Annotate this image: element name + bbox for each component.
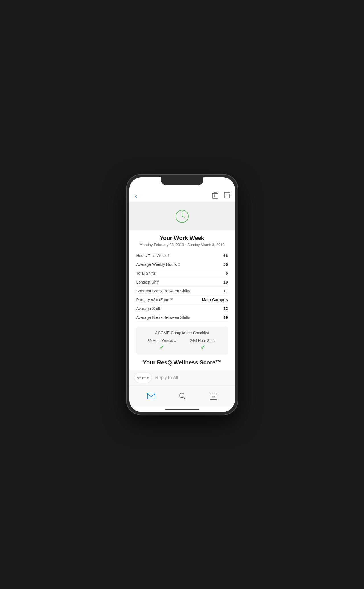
compliance-item: 80 Hour Weeks ‡✓ [148, 338, 176, 351]
stat-value: 66 [198, 251, 228, 260]
stat-label: Shortest Break Between Shifts [136, 286, 198, 295]
stat-label: Average Break Between Shifts [136, 313, 198, 322]
stat-label: Average Shift [136, 304, 198, 313]
reply-button-group[interactable]: ↩↩ ▾ [134, 373, 152, 383]
notch [161, 177, 203, 185]
svg-rect-1 [224, 192, 230, 194]
email-content: Your Work Week Monday February 28, 2019 … [129, 202, 235, 370]
table-row: Primary WorkZone™Main Campus [136, 295, 228, 304]
compliance-item-label: 24/4 Hour Shifts [190, 338, 216, 343]
stat-value: 56 [198, 260, 228, 269]
table-row: Total Shifts6 [136, 269, 228, 278]
stat-label: Average Weekly Hours ‡ [136, 260, 198, 269]
clock-icon [175, 209, 189, 223]
email-scroll[interactable]: Your Work Week Monday February 28, 2019 … [129, 202, 235, 370]
compliance-items: 80 Hour Weeks ‡✓24/4 Hour Shifts✓ [141, 338, 223, 351]
table-row: Average Break Between Shifts19 [136, 313, 228, 322]
stat-value: 6 [198, 269, 228, 278]
compliance-box: ACGME Compliance Checklist 80 Hour Weeks… [136, 327, 228, 355]
compliance-check-icon: ✓ [148, 344, 176, 351]
stat-value: 12 [198, 304, 228, 313]
phone-frame: ‹ [127, 175, 238, 415]
tab-search[interactable] [174, 391, 190, 401]
header-banner [129, 202, 235, 230]
table-row: Longest Shift19 [136, 278, 228, 286]
dropdown-arrow-icon: ▾ [147, 376, 149, 380]
wellness-section: Your ResQ Wellness Score™ 66 What is thi… [136, 359, 228, 370]
nav-bar: ‹ [129, 190, 235, 202]
compliance-item-label: 80 Hour Weeks ‡ [148, 338, 176, 343]
compliance-item: 24/4 Hour Shifts✓ [190, 338, 216, 351]
reply-icon: ↩↩ [137, 375, 146, 381]
svg-text:12: 12 [212, 396, 215, 399]
stat-label: Longest Shift [136, 278, 198, 286]
table-row: Shortest Break Between Shifts11 [136, 286, 228, 295]
tab-mail[interactable] [143, 392, 160, 400]
reply-input[interactable]: Reply to All [155, 375, 230, 380]
delete-button[interactable] [212, 192, 218, 200]
svg-rect-0 [212, 193, 218, 198]
work-week-title: Your Work Week [136, 235, 228, 241]
tab-calendar[interactable]: 12 [205, 391, 222, 401]
email-inner: Your Work Week Monday February 28, 2019 … [129, 230, 235, 370]
stat-label: Primary WorkZone™ [136, 295, 198, 304]
stat-value: 19 [198, 313, 228, 322]
stat-value: Main Campus [198, 295, 228, 304]
svg-point-4 [182, 211, 182, 212]
tab-bar: 12 [129, 386, 235, 406]
svg-rect-2 [225, 194, 230, 198]
table-row: Average Weekly Hours ‡56 [136, 260, 228, 269]
wellness-title: Your ResQ Wellness Score™ [136, 359, 228, 366]
table-row: Hours This Week †66 [136, 251, 228, 260]
archive-button[interactable] [224, 192, 230, 200]
compliance-check-icon: ✓ [190, 344, 216, 351]
reply-bar: ↩↩ ▾ Reply to All [129, 370, 235, 386]
work-week-dates: Monday February 28, 2019 - Sunday March … [136, 243, 228, 247]
home-indicator [129, 406, 235, 412]
back-button[interactable]: ‹ [134, 192, 138, 200]
stat-label: Hours This Week † [136, 251, 198, 260]
stat-value: 11 [198, 286, 228, 295]
nav-actions [212, 192, 230, 200]
phone-inner: ‹ [129, 177, 235, 412]
stats-table: Hours This Week †66Average Weekly Hours … [136, 251, 228, 322]
svg-rect-8 [147, 393, 155, 399]
compliance-title: ACGME Compliance Checklist [141, 331, 223, 335]
table-row: Average Shift12 [136, 304, 228, 313]
home-bar [165, 409, 199, 410]
stat-label: Total Shifts [136, 269, 198, 278]
stat-value: 19 [198, 278, 228, 286]
